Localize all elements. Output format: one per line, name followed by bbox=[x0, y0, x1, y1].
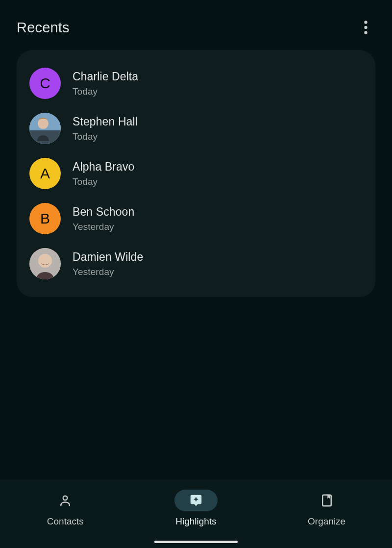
contact-name: Alpha Bravo bbox=[73, 160, 134, 174]
nav-icon-wrap bbox=[174, 490, 218, 511]
row-text: Stephen Hall Today bbox=[73, 115, 138, 142]
more-options-button[interactable] bbox=[356, 18, 375, 37]
contact-time: Yesterday bbox=[73, 222, 134, 232]
row-text: Ben Schoon Yesterday bbox=[73, 205, 134, 232]
page-title: Recents bbox=[17, 20, 70, 36]
nav-highlights[interactable]: Highlights bbox=[147, 490, 245, 527]
nav-label: Highlights bbox=[175, 516, 216, 527]
photo-avatar-icon bbox=[29, 248, 61, 279]
row-text: Alpha Bravo Today bbox=[73, 160, 134, 187]
recent-row[interactable]: A Alpha Bravo Today bbox=[26, 151, 366, 196]
nav-label: Organize bbox=[308, 516, 345, 527]
contact-time: Yesterday bbox=[73, 267, 143, 277]
more-vert-icon bbox=[364, 21, 368, 34]
nav-organize[interactable]: Organize bbox=[278, 490, 376, 527]
bottom-nav: Contacts Highlights Organize bbox=[0, 479, 392, 548]
avatar bbox=[29, 113, 61, 144]
contact-name: Charlie Delta bbox=[73, 70, 138, 83]
row-text: Charlie Delta Today bbox=[73, 70, 138, 97]
contact-time: Today bbox=[73, 86, 138, 97]
svg-point-8 bbox=[63, 496, 68, 500]
svg-point-0 bbox=[364, 21, 367, 24]
contact-name: Ben Schoon bbox=[73, 205, 134, 219]
recent-row[interactable]: Damien Wilde Yesterday bbox=[26, 241, 366, 286]
home-indicator[interactable] bbox=[154, 541, 238, 543]
avatar: A bbox=[29, 158, 61, 189]
contact-time: Today bbox=[73, 131, 138, 142]
nav-icon-wrap bbox=[44, 490, 87, 511]
contact-name: Damien Wilde bbox=[73, 250, 143, 264]
nav-label: Contacts bbox=[47, 516, 84, 527]
recent-row[interactable]: B Ben Schoon Yesterday bbox=[26, 196, 366, 241]
svg-point-1 bbox=[364, 26, 367, 29]
svg-point-5 bbox=[38, 118, 49, 129]
nav-icon-wrap bbox=[305, 490, 348, 511]
recent-row[interactable]: C Charlie Delta Today bbox=[26, 61, 366, 106]
avatar bbox=[29, 248, 61, 279]
svg-point-2 bbox=[364, 31, 367, 34]
nav-contacts[interactable]: Contacts bbox=[16, 490, 114, 527]
avatar: C bbox=[29, 68, 61, 99]
row-text: Damien Wilde Yesterday bbox=[73, 250, 143, 277]
avatar-letter: A bbox=[40, 165, 50, 182]
avatar-letter: C bbox=[40, 75, 50, 92]
avatar: B bbox=[29, 203, 61, 234]
recents-card: C Charlie Delta Today Stephen Hall Today… bbox=[17, 50, 375, 297]
recent-row[interactable]: Stephen Hall Today bbox=[26, 106, 366, 151]
avatar-letter: B bbox=[40, 210, 50, 227]
person-icon bbox=[58, 493, 73, 508]
photo-avatar-icon bbox=[29, 113, 61, 144]
highlight-icon bbox=[189, 493, 203, 508]
contact-time: Today bbox=[73, 176, 134, 187]
contact-name: Stephen Hall bbox=[73, 115, 138, 128]
bookmark-icon bbox=[319, 493, 334, 508]
header: Recents bbox=[0, 0, 392, 50]
